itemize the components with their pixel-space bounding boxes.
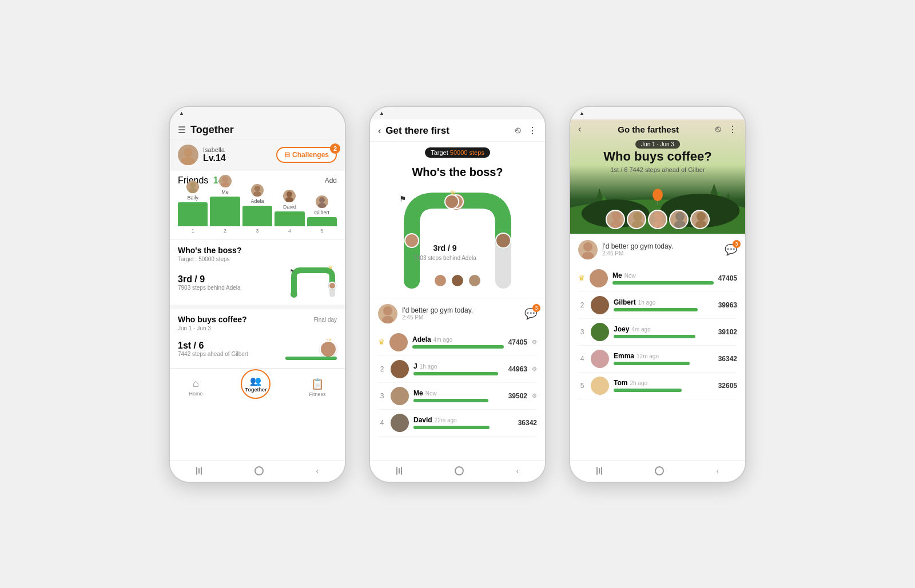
msg-time-3: 2:45 PM (602, 250, 720, 257)
leader-info-j: J 1h ago (413, 362, 504, 375)
leader-info-me-3: Me Now (612, 271, 714, 285)
nav-home-circle-2[interactable] (455, 466, 464, 475)
svg-point-28 (468, 274, 481, 287)
race-track-container: ♛ ⚑ 3rd / 9 7903 steps behind Adela (370, 183, 545, 298)
nav-bar-1: ‹ (170, 460, 345, 482)
leader-avatar-tom (591, 377, 609, 395)
target-pill: Target 50000 steps (425, 147, 490, 158)
chat-badge-3: 3 (733, 240, 741, 248)
nav-lines (196, 467, 202, 475)
leader-bar-adela (412, 345, 504, 349)
wifi-icon-3: ▲ (579, 110, 584, 116)
nav-bar-3: ‹ (570, 460, 745, 482)
leader-avatar-gilbert (591, 296, 609, 314)
challenge-card-1[interactable]: Who's the boss? Target : 50000 steps 3rd… (170, 240, 345, 309)
chat-badge-2: 3 (532, 304, 540, 312)
chat-icon-2[interactable]: 💬 3 (524, 307, 537, 320)
challenge2-info: 1st / 6 7442 steps ahead of Gilbert ♛ (178, 335, 337, 363)
svg-point-33 (395, 335, 403, 343)
leader-steps-david: 36342 (518, 419, 537, 427)
crown-icon-3-1: ♛ (578, 274, 585, 282)
svg-point-27 (451, 274, 464, 287)
svg-point-58 (674, 221, 686, 229)
share-icon-2[interactable]: ⎋ (515, 125, 521, 136)
tab-fitness[interactable]: 📋 Fitness (309, 378, 325, 397)
phone-1: ▲ ☰ Together Isabella Lv.14 ⊟ Challenges (169, 106, 346, 483)
menu-icon[interactable]: ☰ (178, 125, 186, 135)
nav-home-circle[interactable] (254, 466, 264, 475)
settings-icon-j: ⚙ (532, 366, 537, 372)
svg-point-38 (395, 398, 405, 405)
msg-content-3: I'd better go gym today. 2:45 PM (602, 242, 720, 257)
add-friends-button[interactable]: Add (325, 177, 337, 185)
tab-together-label: Together (245, 387, 267, 393)
leader-avatar-me (391, 387, 409, 405)
msg-avatar-3 (578, 240, 598, 259)
chat-icon-3[interactable]: 💬 3 (725, 243, 737, 256)
svg-point-26 (434, 274, 447, 287)
leader-row-2: 2 J 1h ago 44963 ⚙ (378, 356, 537, 383)
phone-2: ▲ ‹ Get there first ⎋ ⋮ Target 50000 ste… (369, 106, 546, 483)
svg-point-51 (612, 212, 621, 221)
back-button-2[interactable]: ‹ (378, 126, 381, 136)
leader-bar-joey (614, 335, 695, 338)
scene-avatar-4 (669, 210, 689, 229)
svg-point-36 (395, 371, 405, 378)
svg-point-53 (633, 212, 642, 221)
challenge-card-2[interactable]: Who buys coffee? Final day Jun 1 - Jun 3… (170, 309, 345, 369)
nav-back-chevron-2[interactable]: ‹ (516, 466, 519, 475)
svg-text:♛: ♛ (328, 266, 333, 270)
leader-steps-me: 39502 (508, 392, 527, 400)
leader-avatar-david (391, 414, 409, 432)
nav-home-circle-3[interactable] (655, 466, 664, 475)
leader-steps-gilbert: 39963 (718, 301, 737, 309)
more-icon-2[interactable]: ⋮ (528, 125, 537, 136)
svg-point-6 (254, 186, 260, 191)
leader-steps-me-3: 47405 (718, 274, 737, 282)
leader-steps-emma: 36342 (718, 355, 737, 363)
target-steps: 50000 steps (450, 149, 484, 156)
challenge2-title: Who buys coffee? (178, 315, 247, 324)
svg-point-67 (596, 325, 604, 333)
msg-text-3: I'd better go gym today. (602, 242, 720, 250)
nav-back-chevron[interactable]: ‹ (316, 466, 319, 475)
challenge2-rank: 1st / 6 (178, 341, 248, 351)
filter-icon: ⊟ (284, 151, 290, 159)
leader-avatar-joey (591, 323, 609, 341)
tab-together[interactable]: 👥 Together (241, 369, 270, 399)
p2-title: Get there first (385, 125, 449, 137)
scene-crown-icon: ♛ (697, 210, 703, 212)
status-bar-3: ▲ (570, 107, 745, 119)
svg-point-8 (287, 191, 292, 197)
chart-label-5: 5 (320, 228, 323, 234)
svg-point-60 (695, 221, 707, 229)
svg-point-37 (396, 389, 404, 397)
date-pill: Jun 1 - Jun 3 (635, 140, 680, 149)
p2-header-left: ‹ Get there first (378, 125, 449, 137)
svg-point-2 (190, 182, 196, 188)
wifi-icon-2: ▲ (379, 110, 384, 116)
back-button-3[interactable]: ‹ (578, 124, 581, 134)
chart-bar-david: David 4 (274, 190, 304, 234)
challenge-title-2: Who's the boss? (370, 163, 545, 183)
svg-point-25 (496, 233, 511, 248)
svg-point-4 (222, 177, 228, 182)
user-level: Lv.14 (203, 153, 226, 163)
tab-home[interactable]: ⌂ Home (189, 378, 202, 397)
more-icon-3[interactable]: ⋮ (728, 124, 737, 135)
leader-bar-j (413, 372, 498, 375)
friends-chart: Baily 1 Me 2 Adela 3 (178, 190, 337, 236)
challenges-button[interactable]: ⊟ Challenges 2 (276, 147, 337, 163)
chart-bar-gilbert: Gilbert 5 (307, 195, 337, 234)
leader-avatar-emma (591, 350, 609, 368)
svg-point-64 (594, 281, 604, 287)
user-name: Isabella (203, 146, 226, 153)
msg-text-2: I'd better go gym today. (402, 306, 520, 314)
nav-back-chevron-3[interactable]: ‹ (716, 466, 719, 475)
leader-steps-tom: 32605 (718, 382, 737, 390)
svg-point-57 (675, 212, 685, 221)
leader-steps-adela: 47405 (508, 338, 527, 346)
svg-point-0 (184, 148, 193, 157)
svg-point-7 (253, 191, 261, 197)
share-icon-3[interactable]: ⎋ (715, 124, 721, 135)
